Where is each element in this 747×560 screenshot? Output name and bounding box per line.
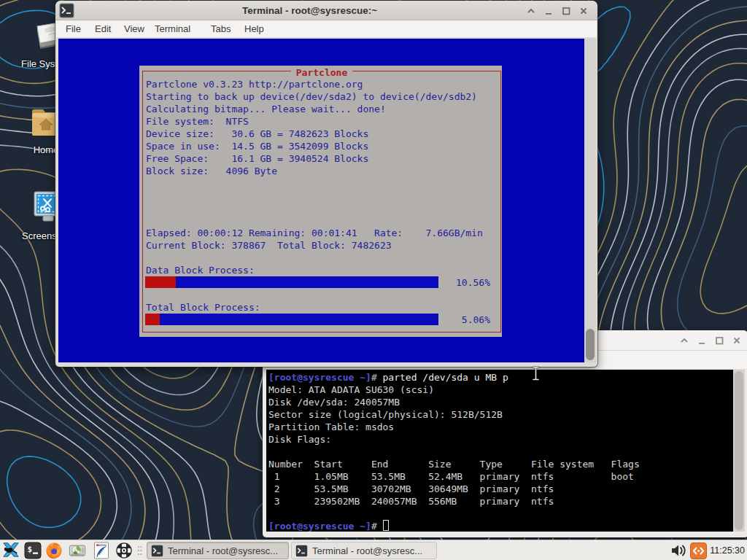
progress-bar-label: Data Block Process: — [146, 264, 255, 276]
progress-percent: 5.06% — [438, 314, 490, 326]
terminal-output-area[interactable]: [root@sysrescue ~]# parted /dev/sda u MB… — [266, 370, 733, 532]
terminal-line: Sector size (logical/physical): 512B/512… — [268, 408, 503, 421]
window2-scrollbar[interactable] — [733, 370, 745, 532]
volume-icon[interactable] — [670, 542, 687, 559]
progress-bar-label: Total Block Process: — [146, 301, 260, 314]
menu-file[interactable]: File — [66, 20, 81, 38]
terminal-launcher-icon[interactable]: $ — [24, 542, 42, 559]
partclone-info-line: Device size: 30.6 GB = 7482623 Blocks — [146, 128, 368, 140]
window1-menubar: File Edit View Terminal Tabs Help — [56, 20, 597, 38]
menu-help[interactable]: Help — [244, 20, 264, 38]
partclone-info-line: Free Space: 16.1 GB = 3940524 Blocks — [146, 152, 368, 165]
terminal-window-partclone: Terminal - root@sysrescue:~ File Edit Vi… — [55, 1, 597, 367]
partclone-terminal-area[interactable]: Partclone Partclone v0.3.23 http://partc… — [58, 39, 584, 362]
taskbar-task-terminal-1[interactable]: Terminal - root@sysresc... — [147, 542, 289, 559]
desktop: File System Home Screenshot — [0, 0, 747, 560]
partclone-stats-line: Elapsed: 00:00:12 Remaining: 00:01:41 Ra… — [146, 227, 483, 239]
network-tray-icon[interactable] — [690, 542, 707, 559]
window2-minimize-button[interactable] — [693, 332, 711, 349]
taskbar: $ — [0, 540, 747, 560]
window2-close-button[interactable] — [728, 332, 746, 349]
terminal-line: Disk /dev/sda: 240057MB — [268, 396, 400, 408]
taskbar-task-terminal-2[interactable]: Terminal - root@sysresc... — [291, 542, 437, 559]
partclone-info-line: File system: NTFS — [146, 115, 249, 128]
clock[interactable]: 11:25:30 — [710, 540, 745, 560]
terminal-cursor — [383, 520, 389, 531]
window2-scrollbar-thumb[interactable] — [735, 371, 743, 530]
partclone-info-line: Calculating bitmap... Please wait... don… — [146, 103, 386, 115]
panel-separator-handle — [137, 545, 142, 556]
window1-title: Terminal - root@sysrescue:~ — [83, 1, 536, 20]
terminal-window-icon — [59, 3, 74, 18]
applications-menu-icon[interactable] — [2, 541, 20, 559]
partclone-info-line: Block size: 4096 Byte — [146, 165, 277, 177]
partclone-info-line: Partclone v0.3.23 http://partclone.org — [146, 78, 363, 90]
window1-close-button[interactable] — [575, 2, 592, 20]
window1-shade-button[interactable] — [522, 2, 540, 20]
terminal-line: Disk Flags: — [268, 433, 331, 446]
terminal-table-row: 2 53.5MB 30702MB 30649MB primary ntfs — [268, 483, 554, 495]
terminal-command: parted /dev/sda u MB p — [383, 372, 508, 383]
partclone-stats-line: Current Block: 378867 Total Block: 74826… — [146, 239, 392, 252]
terminal-task-icon — [151, 545, 163, 557]
mouse-ibeam-cursor — [530, 365, 542, 381]
menu-edit[interactable]: Edit — [95, 20, 111, 38]
menu-view[interactable]: View — [124, 20, 144, 38]
window2-maximize-button[interactable] — [711, 332, 728, 349]
window2-shade-button[interactable] — [676, 332, 693, 349]
window1-titlebar[interactable]: Terminal - root@sysrescue:~ — [55, 1, 597, 20]
window1-maximize-button[interactable] — [557, 2, 575, 20]
total-block-progress-bar — [145, 314, 438, 325]
gparted-icon[interactable] — [69, 542, 86, 559]
partclone-info-line: Space in use: 14.5 GB = 3542099 Blocks — [146, 140, 368, 152]
menu-tabs[interactable]: Tabs — [211, 20, 231, 38]
partclone-dialog: Partclone Partclone v0.3.23 http://partc… — [139, 66, 502, 337]
media-reel-icon[interactable] — [115, 542, 133, 559]
partclone-info-line: Starting to back up device(/dev/sda2) to… — [146, 90, 477, 103]
firefox-icon[interactable] — [45, 542, 63, 559]
terminal-line: Partition Table: msdos — [268, 421, 394, 433]
terminal-prompt-line: [root@sysrescue ~]# parted /dev/sda u MB… — [268, 371, 508, 384]
terminal-prompt-line: [root@sysrescue ~]# — [268, 520, 389, 532]
partclone-dialog-title: Partclone — [143, 65, 500, 79]
progress-fill — [145, 276, 176, 288]
terminal-table-row: 3 239502MB 240057MB 556MB primary ntfs — [268, 495, 554, 508]
data-block-progress-bar — [145, 276, 438, 288]
window1-minimize-button[interactable] — [540, 2, 557, 20]
menu-terminal[interactable]: Terminal — [155, 20, 190, 38]
svg-text:$: $ — [28, 545, 33, 554]
window1-scrollbar-thumb[interactable] — [586, 329, 595, 360]
terminal-table-header: Number Start End Size Type File system F… — [268, 458, 640, 470]
terminal-task-icon — [295, 545, 308, 557]
terminal-line: Model: ATA ADATA SU630 (scsi) — [268, 384, 434, 396]
terminal-table-row: 1 1.05MB 53.5MB 52.4MB primary ntfs boot — [268, 470, 634, 483]
window1-scrollbar[interactable] — [584, 39, 596, 362]
text-editor-icon[interactable] — [93, 542, 110, 559]
progress-percent: 10.56% — [438, 276, 490, 289]
progress-fill — [145, 314, 160, 325]
